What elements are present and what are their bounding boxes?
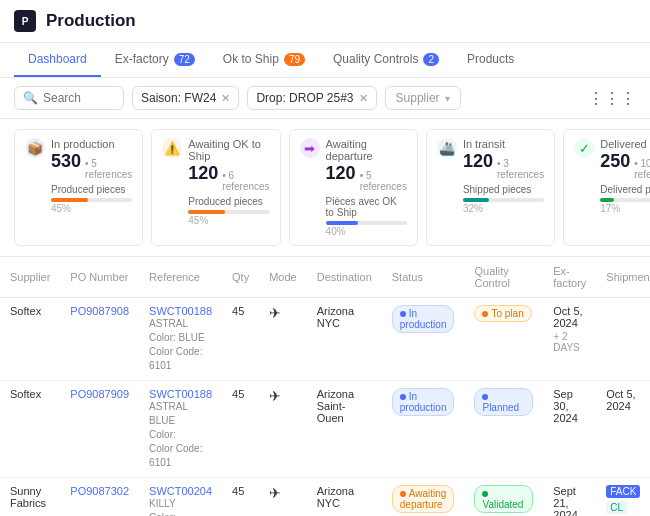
cell-po: PO9087909 — [60, 381, 139, 478]
cell-po: PO9087908 — [60, 298, 139, 381]
mode-icon: ✈ — [269, 305, 281, 321]
tab-badge-ex-factory: 72 — [174, 53, 195, 66]
cell-quality-control: Planned — [464, 381, 543, 478]
ref-detail: ASTRAL BLUEColor:Color Code: 6101 — [149, 400, 212, 470]
progress-pct-awaiting-ok: 45% — [188, 215, 269, 226]
supplier-name: Softex — [10, 388, 41, 400]
progress-bar-in-production — [51, 198, 132, 202]
cell-quality-control: To plan — [464, 298, 543, 381]
ref-link[interactable]: SWCT00204 — [149, 485, 212, 497]
stat-number-awaiting-ok: 120 — [188, 163, 218, 184]
stat-sub-in-production: Produced pieces — [51, 184, 132, 195]
search-input[interactable] — [43, 91, 113, 105]
cl-badge: CL — [606, 501, 627, 514]
cell-qty: 45 — [222, 298, 259, 381]
chip-label: Saison: FW24 — [141, 91, 216, 105]
po-link[interactable]: PO9087908 — [70, 305, 129, 317]
qty-value: 45 — [232, 388, 244, 400]
stat-number-delivered: 250 — [600, 151, 630, 172]
ex-factory-date: Sept 21, 2024 — [553, 485, 577, 516]
app-logo: P — [14, 10, 36, 32]
cell-ex-factory: Sep 30, 2024 — [543, 381, 596, 478]
stat-refs-awaiting-departure: • 5 references — [360, 170, 407, 192]
stat-number-in-production: 530 — [51, 151, 81, 172]
stat-label-in-transit: In transit — [463, 138, 544, 150]
menu-icon[interactable]: ⋮⋮⋮ — [588, 89, 636, 108]
cell-destination: ArizonaSaint-Ouen — [307, 381, 382, 478]
col-header-reference: Reference — [139, 257, 222, 298]
cell-destination: Arizona NYC — [307, 478, 382, 517]
tab-ex-factory[interactable]: Ex-factory72 — [101, 43, 209, 77]
cell-shipment — [596, 298, 650, 381]
progress-pct-delivered: 17% — [600, 203, 650, 214]
progress-fill-awaiting-departure — [326, 221, 359, 225]
stat-number-awaiting-departure: 120 — [326, 163, 356, 184]
tab-ok-to-ship[interactable]: Ok to Ship79 — [209, 43, 319, 77]
tab-dashboard[interactable]: Dashboard — [14, 43, 101, 77]
ex-factory-date: Oct 5, 2024 — [553, 305, 582, 329]
chip-remove-icon[interactable]: ✕ — [221, 92, 230, 105]
ref-link[interactable]: SWCT00188 — [149, 305, 212, 317]
col-header-quality-control: Quality Control — [464, 257, 543, 298]
stat-icon-in-production: 📦 — [25, 138, 45, 158]
stat-card-awaiting-ok: ⚠️ Awaiting OK to Ship 120 • 6 reference… — [151, 129, 280, 246]
cell-ex-factory: Oct 5, 2024+ 2 DAYS — [543, 298, 596, 381]
mode-icon: ✈ — [269, 388, 281, 404]
dot-icon — [400, 311, 406, 317]
filter-chip-1[interactable]: Drop: DROP 25#3✕ — [247, 86, 376, 110]
chevron-down-icon: ▾ — [445, 93, 450, 104]
tab-quality-controls[interactable]: Quality Controls2 — [319, 43, 453, 77]
page-title: Production — [46, 11, 136, 31]
filters-bar: 🔍 Saison: FW24✕Drop: DROP 25#3✕ Supplier… — [0, 78, 650, 119]
stat-card-in-transit: 🚢 In transit 120 • 3 references Shipped … — [426, 129, 555, 246]
cell-mode: ✈ — [259, 478, 307, 517]
tab-label-ex-factory: Ex-factory — [115, 52, 169, 66]
col-header-shipment: Shipment — [596, 257, 650, 298]
destination-value: Arizona NYC — [317, 485, 354, 509]
col-header-qty: Qty — [222, 257, 259, 298]
stat-number-in-transit: 120 — [463, 151, 493, 172]
search-box[interactable]: 🔍 — [14, 86, 124, 110]
tab-products[interactable]: Products — [453, 43, 528, 77]
stat-card-awaiting-departure: ➡ Awaiting departure 120 • 5 references … — [289, 129, 418, 246]
supplier-label: Supplier — [396, 91, 440, 105]
stat-icon-in-transit: 🚢 — [437, 138, 457, 158]
cell-reference: SWCT00188ASTRALColor: BLUEColor Code: 61… — [139, 298, 222, 381]
col-header-po-number: PO Number — [60, 257, 139, 298]
ref-link[interactable]: SWCT00188 — [149, 388, 212, 400]
search-icon: 🔍 — [23, 91, 38, 105]
tab-badge-ok-to-ship: 79 — [284, 53, 305, 66]
badge-in-production: In production — [392, 388, 455, 416]
stat-icon-awaiting-departure: ➡ — [300, 138, 320, 158]
progress-fill-delivered — [600, 198, 614, 202]
stat-refs-in-production: • 5 references — [85, 158, 132, 180]
data-table: SupplierPO NumberReferenceQtyModeDestina… — [0, 257, 650, 516]
stat-icon-delivered: ✓ — [574, 138, 594, 158]
destination-value: ArizonaSaint-Ouen — [317, 388, 354, 424]
stat-refs-awaiting-ok: • 6 references — [222, 170, 269, 192]
filter-chip-0[interactable]: Saison: FW24✕ — [132, 86, 239, 110]
progress-pct-awaiting-departure: 40% — [326, 226, 407, 237]
cell-reference: SWCT00204KILLYColor: TURQUOISEColor Code… — [139, 478, 222, 517]
table-row: Sunny FabricsPO9087302SWCT00204KILLYColo… — [0, 478, 650, 517]
tab-label-quality-controls: Quality Controls — [333, 52, 418, 66]
progress-fill-in-transit — [463, 198, 489, 202]
col-header-supplier: Supplier — [0, 257, 60, 298]
stat-card-delivered: ✓ Delivered 250 • 10 references Delivere… — [563, 129, 650, 246]
ref-detail: KILLYColor: TURQUOISEColor Code: 6240 — [149, 497, 212, 516]
dot-icon — [400, 491, 406, 497]
stat-label-awaiting-ok: Awaiting OK to Ship — [188, 138, 269, 162]
po-link[interactable]: PO9087302 — [70, 485, 129, 497]
po-link[interactable]: PO9087909 — [70, 388, 129, 400]
tabs-bar: DashboardEx-factory72Ok to Ship79Quality… — [0, 43, 650, 78]
supplier-dropdown[interactable]: Supplier ▾ — [385, 86, 461, 110]
col-header-status: Status — [382, 257, 465, 298]
qty-value: 45 — [232, 305, 244, 317]
shipment-codes: FACKCL — [606, 485, 650, 514]
table-container: SupplierPO NumberReferenceQtyModeDestina… — [0, 257, 650, 516]
cell-supplier: Softex — [0, 381, 60, 478]
cell-shipment: FACKCLSep 24, 2024+ 12 DAYSBooked — [596, 478, 650, 517]
chip-remove-icon[interactable]: ✕ — [359, 92, 368, 105]
col-header-destination: Destination — [307, 257, 382, 298]
cell-po: PO9087302 — [60, 478, 139, 517]
